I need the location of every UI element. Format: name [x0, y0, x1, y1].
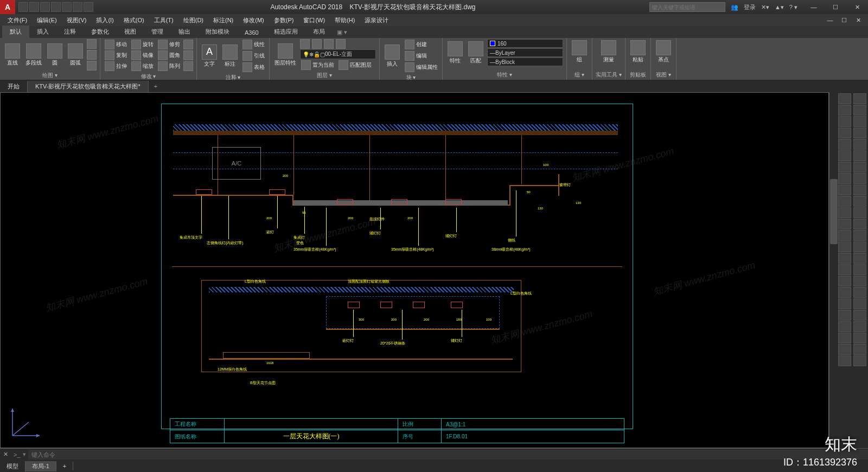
block-attr-button[interactable]: 编辑属性	[404, 62, 439, 73]
ribbon-tab-output[interactable]: 输出	[171, 25, 198, 38]
make-current-button[interactable]: 置为当前	[300, 60, 335, 71]
palette-icon[interactable]	[838, 196, 851, 207]
tab-document[interactable]: KTV-影视厅天花软包吸音棉天花大样图*	[28, 81, 149, 92]
palette-icon[interactable]	[838, 230, 851, 241]
ellipse-icon[interactable]	[87, 61, 97, 71]
palette-icon[interactable]	[853, 207, 866, 218]
palette-icon[interactable]	[838, 150, 851, 161]
ribbon-tab-addins[interactable]: 附加模块	[198, 25, 237, 38]
copy-button[interactable]: 复制	[104, 50, 128, 61]
palette-icon[interactable]	[853, 253, 866, 264]
panel-group-title[interactable]: 组 ▾	[570, 71, 589, 79]
menu-window[interactable]: 窗口(W)	[299, 15, 329, 25]
add-tab-button[interactable]: +	[149, 81, 163, 91]
block-edit-button[interactable]: 编辑	[404, 50, 439, 61]
match-props-button[interactable]: 匹配	[467, 40, 485, 66]
palette-icon[interactable]	[838, 139, 851, 150]
panel-view-title[interactable]: 视图 ▾	[654, 71, 673, 79]
help-icon[interactable]: ▲▾	[775, 4, 784, 11]
palette-icon[interactable]	[853, 230, 866, 241]
palette-icon[interactable]	[853, 321, 866, 332]
panel-layer-title[interactable]: 图层 ▾	[273, 72, 376, 79]
menu-insert[interactable]: 插入(I)	[92, 15, 118, 25]
palette-icon[interactable]	[838, 116, 851, 127]
qat-saveas-icon[interactable]	[51, 2, 61, 12]
palette-icon[interactable]	[838, 253, 851, 264]
ribbon-tab-featured[interactable]: 精选应用	[266, 25, 305, 38]
ribbon-tab-manage[interactable]: 管理	[144, 25, 171, 38]
palette-icon[interactable]	[853, 173, 866, 184]
insert-button[interactable]: 插入	[383, 43, 401, 69]
text-button[interactable]: A文字	[200, 43, 219, 69]
command-input[interactable]	[28, 450, 868, 460]
palette-icon[interactable]	[853, 139, 866, 150]
menu-param[interactable]: 参数(P)	[270, 15, 298, 25]
layout-tab-model[interactable]: 模型	[0, 461, 25, 471]
minimize-button[interactable]: —	[803, 0, 825, 14]
menu-help[interactable]: 帮助(H)	[330, 15, 359, 25]
ribbon-tab-default[interactable]: 默认	[2, 25, 29, 38]
props-button[interactable]: 特性	[446, 40, 464, 66]
qat-redo-icon[interactable]	[84, 2, 93, 12]
layout-tab-add[interactable]: +	[56, 462, 73, 470]
layer-freeze-icon[interactable]	[312, 39, 322, 49]
palette-icon[interactable]	[853, 264, 866, 275]
palette-icon[interactable]	[853, 127, 866, 138]
fillet-button[interactable]: 圆角	[157, 50, 181, 61]
base-button[interactable]: 基点	[654, 39, 673, 65]
qat-undo-icon[interactable]	[73, 2, 82, 12]
scrollbar-thumb[interactable]	[830, 179, 838, 244]
offset-icon[interactable]	[183, 61, 193, 71]
palette-icon[interactable]	[853, 93, 866, 104]
group-button[interactable]: 组	[570, 39, 589, 65]
scale-button[interactable]: 缩放	[130, 61, 155, 72]
panel-util-title[interactable]: 实用工具 ▾	[596, 71, 622, 79]
exchange-icon[interactable]: ✕▾	[761, 4, 769, 11]
panel-prop-title[interactable]: 特性 ▾	[446, 71, 563, 79]
palette-icon[interactable]	[853, 344, 866, 355]
layer-off-icon[interactable]	[300, 39, 310, 49]
ribbon-tab-view[interactable]: 视图	[117, 25, 144, 38]
layer-lock-icon[interactable]	[324, 39, 334, 49]
palette-icon[interactable]	[838, 276, 851, 286]
layer-props-button[interactable]: 图层特性	[273, 42, 298, 68]
palette-icon[interactable]	[853, 116, 866, 127]
rect-icon[interactable]	[87, 39, 97, 49]
ribbon-tab-insert[interactable]: 插入	[29, 25, 56, 38]
panel-annot-title[interactable]: 注释 ▾	[200, 74, 266, 81]
layer-iso-icon[interactable]	[336, 39, 346, 49]
menu-dim[interactable]: 标注(N)	[209, 15, 238, 25]
palette-icon[interactable]	[838, 298, 851, 309]
palette-icon[interactable]	[853, 355, 866, 366]
vertical-scrollbar[interactable]	[829, 92, 838, 448]
table-button[interactable]: 表格	[241, 62, 266, 73]
arc-button[interactable]: 圆弧	[66, 42, 85, 68]
palette-icon[interactable]	[838, 287, 851, 298]
menu-draw[interactable]: 绘图(D)	[179, 15, 208, 25]
ribbon-tab-annotate[interactable]: 注释	[56, 25, 84, 38]
infocenter-icon[interactable]: 👥	[731, 4, 738, 11]
palette-icon[interactable]	[853, 150, 866, 161]
maximize-button[interactable]: ☐	[825, 0, 846, 14]
doc-minimize-button[interactable]: —	[824, 15, 837, 25]
palette-icon[interactable]	[853, 333, 866, 343]
close-button[interactable]: ✕	[846, 0, 868, 14]
mirror-button[interactable]: 镜像	[130, 50, 155, 61]
palette-icon[interactable]	[853, 298, 866, 309]
erase-icon[interactable]	[183, 40, 193, 49]
qat-new-icon[interactable]	[18, 2, 28, 12]
linear-button[interactable]: 线性	[241, 39, 266, 50]
palette-icon[interactable]	[838, 207, 851, 218]
help-search-input[interactable]	[649, 2, 725, 12]
drawing-canvas[interactable]: 知末网 www.znzmo.com 知末网 www.znzmo.com 知末网 …	[0, 92, 829, 448]
menu-view[interactable]: 视图(V)	[62, 15, 91, 25]
palette-icon[interactable]	[838, 162, 851, 173]
paste-button[interactable]: 粘贴	[629, 39, 647, 65]
palette-icon[interactable]	[838, 127, 851, 138]
ribbon-tab-parametric[interactable]: 参数化	[84, 25, 117, 38]
ucs-icon[interactable]	[7, 403, 45, 441]
linetype-combo[interactable]: — ByLayer	[487, 48, 563, 57]
palette-icon[interactable]	[853, 219, 866, 229]
explode-icon[interactable]	[183, 50, 193, 60]
app-logo-icon[interactable]: A	[0, 0, 15, 14]
